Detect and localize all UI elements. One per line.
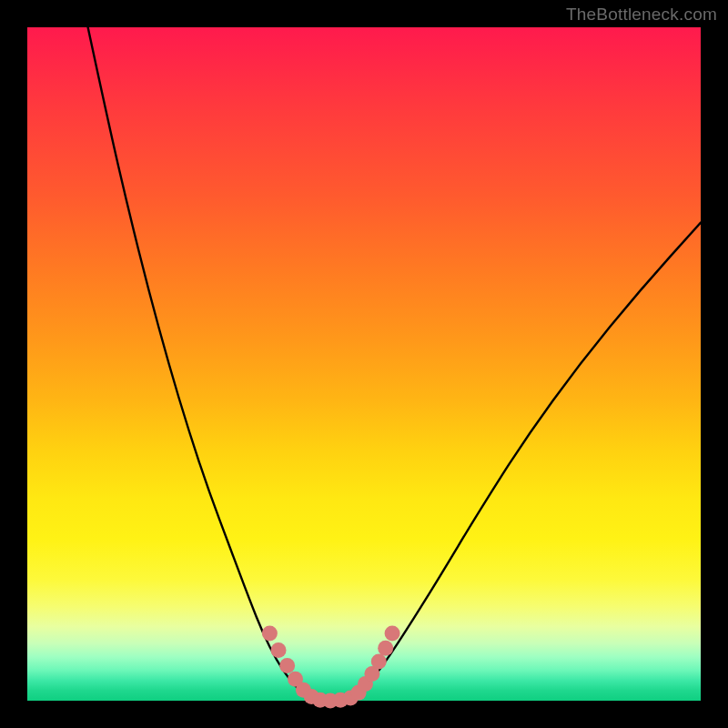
highlight-dots-group: [262, 626, 400, 709]
highlight-dot: [378, 641, 393, 656]
highlight-dot: [262, 626, 278, 642]
watermark-text: TheBottleneck.com: [566, 5, 717, 25]
highlight-dot: [271, 642, 287, 658]
curves-svg: [27, 27, 701, 701]
highlight-dot: [385, 626, 400, 642]
highlight-dot: [371, 654, 387, 670]
curve-group: [88, 27, 701, 701]
chart-frame: TheBottleneck.com: [0, 0, 728, 728]
plot-area: [27, 27, 701, 701]
highlight-dot: [279, 658, 295, 673]
bottleneck-curve: [88, 27, 701, 701]
